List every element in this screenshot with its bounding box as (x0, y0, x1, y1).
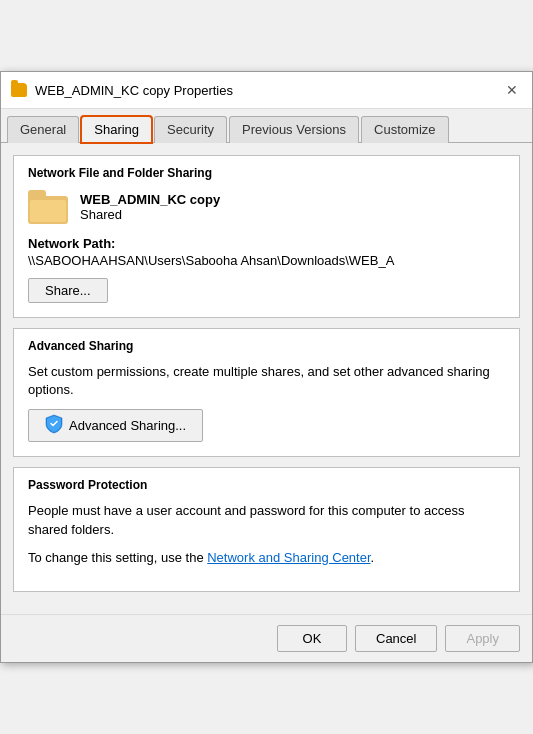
properties-window: WEB_ADMIN_KC copy Properties ✕ General S… (0, 71, 533, 663)
network-sharing-center-link[interactable]: Network and Sharing Center (207, 550, 370, 565)
close-button[interactable]: ✕ (502, 80, 522, 100)
folder-icon-title (11, 83, 27, 97)
advanced-sharing-desc: Set custom permissions, create multiple … (28, 363, 505, 399)
network-sharing-title: Network File and Folder Sharing (28, 166, 505, 180)
folder-info: WEB_ADMIN_KC copy Shared (80, 192, 220, 222)
apply-button[interactable]: Apply (445, 625, 520, 652)
folder-row: WEB_ADMIN_KC copy Shared (28, 190, 505, 224)
password-change-text: To change this setting, use the Network … (28, 549, 505, 567)
period: . (371, 550, 375, 565)
folder-status: Shared (80, 207, 220, 222)
tab-previous-versions[interactable]: Previous Versions (229, 116, 359, 143)
share-button[interactable]: Share... (28, 278, 108, 303)
folder-front (30, 200, 66, 222)
change-text-prefix: To change this setting, use the (28, 550, 207, 565)
window-title: WEB_ADMIN_KC copy Properties (35, 83, 233, 98)
title-bar-left: WEB_ADMIN_KC copy Properties (11, 83, 233, 98)
bottom-button-bar: OK Cancel Apply (1, 614, 532, 662)
title-bar: WEB_ADMIN_KC copy Properties ✕ (1, 72, 532, 109)
tab-bar: General Sharing Security Previous Versio… (1, 109, 532, 143)
advanced-sharing-section: Advanced Sharing Set custom permissions,… (13, 328, 520, 457)
network-path-value: \\SABOOHAAHSAN\Users\Sabooha Ahsan\Downl… (28, 253, 505, 268)
password-protection-section: Password Protection People must have a u… (13, 467, 520, 592)
tab-customize[interactable]: Customize (361, 116, 448, 143)
network-sharing-section: Network File and Folder Sharing WEB_ADMI… (13, 155, 520, 318)
password-protection-desc: People must have a user account and pass… (28, 502, 505, 538)
advanced-sharing-button[interactable]: Advanced Sharing... (28, 409, 203, 442)
folder-icon-large (28, 190, 68, 224)
tab-general[interactable]: General (7, 116, 79, 143)
cancel-button[interactable]: Cancel (355, 625, 437, 652)
tab-sharing[interactable]: Sharing (81, 116, 152, 143)
shield-icon (45, 414, 63, 437)
ok-button[interactable]: OK (277, 625, 347, 652)
advanced-sharing-button-label: Advanced Sharing... (69, 418, 186, 433)
advanced-sharing-title: Advanced Sharing (28, 339, 505, 353)
content-area: Network File and Folder Sharing WEB_ADMI… (1, 143, 532, 614)
tab-security[interactable]: Security (154, 116, 227, 143)
password-protection-title: Password Protection (28, 478, 505, 492)
folder-name: WEB_ADMIN_KC copy (80, 192, 220, 207)
network-path-label: Network Path: (28, 236, 505, 251)
